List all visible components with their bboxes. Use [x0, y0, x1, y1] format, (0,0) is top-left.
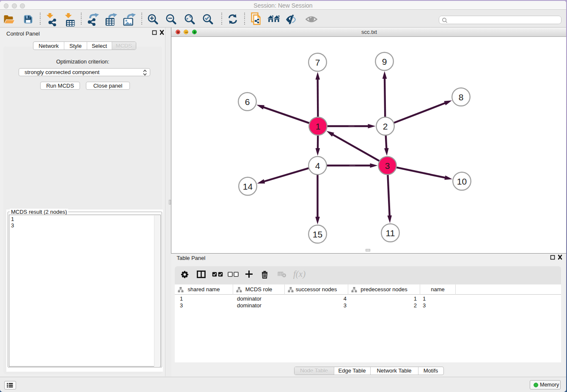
- svg-text:14: 14: [243, 181, 253, 191]
- svg-text:4: 4: [315, 160, 320, 170]
- svg-text:8: 8: [459, 92, 464, 102]
- svg-text:10: 10: [457, 176, 467, 186]
- svg-text:6: 6: [245, 97, 250, 106]
- svg-text:9: 9: [382, 56, 387, 66]
- svg-text:3: 3: [385, 160, 390, 170]
- svg-text:7: 7: [315, 57, 320, 67]
- svg-text:15: 15: [313, 229, 322, 239]
- svg-text:2: 2: [383, 121, 388, 131]
- svg-text:1: 1: [316, 121, 321, 131]
- svg-text:11: 11: [386, 228, 395, 237]
